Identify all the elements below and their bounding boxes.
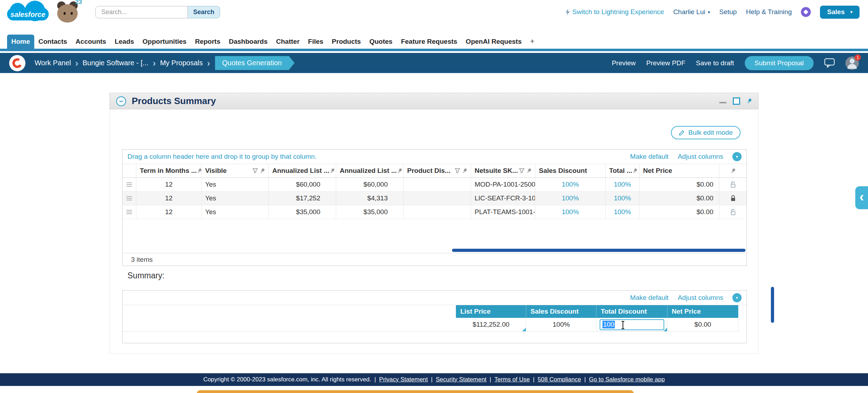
submit-proposal-button[interactable]: Submit Proposal <box>745 56 814 70</box>
terms-of-use-link[interactable]: Terms of Use <box>494 376 530 383</box>
drag-handle-icon[interactable] <box>126 210 132 214</box>
save-to-draft-link[interactable]: Save to draft <box>696 59 734 67</box>
col-netsuite-sku[interactable]: Netsuite SK... <box>471 164 535 177</box>
salesforce-logo[interactable]: salesforce <box>7 1 49 23</box>
preview-pdf-link[interactable]: Preview PDF <box>646 59 685 67</box>
cell-sales-discount[interactable]: 100% <box>535 192 606 205</box>
col-lock[interactable] <box>719 164 747 177</box>
tab-chatter[interactable]: Chatter <box>272 35 304 49</box>
pin-icon[interactable] <box>328 167 335 174</box>
pin-icon[interactable] <box>461 167 468 174</box>
mobile-app-link[interactable]: Go to Salesforce mobile app <box>589 376 665 383</box>
filter-icon[interactable] <box>252 168 258 173</box>
chevron-right-icon: › <box>153 59 156 68</box>
breadcrumb-my-proposals[interactable]: My Proposals <box>160 59 203 67</box>
app-menu-button[interactable]: Sales ▾ <box>820 6 860 19</box>
unlock-icon[interactable] <box>730 208 736 216</box>
filter-icon[interactable] <box>519 168 524 173</box>
minimize-icon[interactable] <box>719 99 726 103</box>
col-term-in-months[interactable]: Term in Months ... <box>136 164 202 177</box>
drag-handle-icon[interactable] <box>126 196 132 200</box>
bulk-edit-button[interactable]: Bulk edit mode <box>671 126 741 139</box>
cell-list1: $35,000 <box>269 205 336 219</box>
breadcrumb-account[interactable]: Bungie Software - [... <box>83 59 149 67</box>
summary-adjust-columns-link[interactable]: Adjust columns <box>678 294 723 302</box>
tab-home[interactable]: Home <box>7 35 34 49</box>
tab-contacts[interactable]: Contacts <box>34 35 71 49</box>
tab-leads[interactable]: Leads <box>111 35 138 49</box>
side-panel-toggle[interactable]: ‹ <box>855 186 868 209</box>
cell-sales-discount[interactable]: 100% <box>535 178 606 191</box>
setup-link[interactable]: Setup <box>719 8 737 16</box>
col-product-discount[interactable]: Product Dis... <box>404 164 471 177</box>
tab-dashboards[interactable]: Dashboards <box>225 35 272 49</box>
security-statement-link[interactable]: Security Statement <box>436 376 487 383</box>
cell-total-discount[interactable]: 100% <box>606 178 640 191</box>
switch-to-lightning-link[interactable]: Switch to Lightning Experience <box>565 8 664 16</box>
help-training-link[interactable]: Help & Training <box>746 8 792 16</box>
footer-separator: | <box>374 376 376 383</box>
adjust-columns-dropdown[interactable]: ▾ <box>732 152 742 161</box>
collapse-icon[interactable]: − <box>116 96 126 106</box>
col-visible[interactable]: Visible <box>202 164 269 177</box>
breadcrumb-quotes-generation[interactable]: Quotes Generation <box>215 56 295 70</box>
top-header: salesforce 23 Search Switch to Lightning… <box>0 0 868 24</box>
user-avatar[interactable]: 1 <box>845 56 859 70</box>
pin-icon[interactable] <box>631 167 638 174</box>
adjust-columns-link[interactable]: Adjust columns <box>678 153 723 161</box>
summary-col-net-price: Net Price <box>667 305 738 318</box>
col-total-discount[interactable]: Total ... <box>606 164 640 177</box>
tab-accounts[interactable]: Accounts <box>71 35 111 49</box>
pin-icon[interactable] <box>745 97 753 105</box>
cell-list2: $60,000 <box>336 178 404 191</box>
tab-products[interactable]: Products <box>328 35 365 49</box>
tab-reports[interactable]: Reports <box>191 35 225 49</box>
cell-total-discount[interactable]: 100% <box>606 205 640 219</box>
filter-icon[interactable] <box>455 168 460 173</box>
col-annualized-list-2[interactable]: Annualized List ... <box>336 164 404 177</box>
pin-icon[interactable] <box>258 167 266 174</box>
pin-icon[interactable] <box>525 167 533 174</box>
col-net-price[interactable]: Net Price <box>640 164 719 177</box>
pin-icon[interactable] <box>196 167 202 174</box>
summary-make-default-link[interactable]: Make default <box>630 294 668 302</box>
tab-feature-requests[interactable]: Feature Requests <box>397 35 461 49</box>
summary-adjust-columns-dropdown[interactable]: ▾ <box>732 293 742 302</box>
user-menu[interactable]: Charlie Lui ▾ <box>673 8 710 16</box>
feedback-chat-icon[interactable] <box>824 58 835 68</box>
summary-sales-discount[interactable]: 100% <box>526 318 596 332</box>
cell-sales-discount[interactable]: 100% <box>535 205 606 219</box>
cell-sku: PLAT-TEAMS-1001-2500 <box>471 205 535 219</box>
lock-icon[interactable] <box>730 195 736 202</box>
unlock-icon[interactable] <box>730 181 736 188</box>
tab-quotes[interactable]: Quotes <box>365 35 397 49</box>
col-sales-discount[interactable]: Sales Discount <box>535 164 606 177</box>
compliance-508-link[interactable]: 508 Compliance <box>538 376 581 383</box>
mascot-avatar: 23 <box>54 1 81 23</box>
search-button[interactable]: Search <box>188 6 220 18</box>
tab-opportunities[interactable]: Opportunities <box>138 35 191 49</box>
search-input[interactable] <box>95 6 188 18</box>
tab-add[interactable]: + <box>526 34 539 49</box>
col-label: Total ... <box>609 167 632 175</box>
vertical-scrollbar[interactable] <box>771 287 774 323</box>
panel-title: Products Summary <box>132 96 216 107</box>
privacy-statement-link[interactable]: Privacy Statement <box>379 376 428 383</box>
col-annualized-list-1[interactable]: Annualized List ... <box>269 164 336 177</box>
drag-handle-icon[interactable] <box>126 182 132 187</box>
total-discount-input[interactable]: 100 <box>600 319 664 330</box>
make-default-link[interactable]: Make default <box>630 153 668 161</box>
tab-openai-requests[interactable]: OpenAI Requests <box>462 35 526 49</box>
expand-icon[interactable] <box>733 97 740 105</box>
products-summary-panel: − Products Summary Bulk edit mode Drag a… <box>109 93 759 354</box>
cell-total-discount[interactable]: 100% <box>606 192 640 205</box>
cell-visible: Yes <box>202 192 269 205</box>
tab-files[interactable]: Files <box>304 35 327 49</box>
breadcrumb-work-panel[interactable]: Work Panel <box>35 59 71 67</box>
extension-icon[interactable] <box>801 7 811 17</box>
pin-icon[interactable] <box>396 167 403 174</box>
bulk-edit-label: Bulk edit mode <box>688 129 733 137</box>
pin-icon[interactable] <box>729 167 737 174</box>
horizontal-scrollbar[interactable] <box>452 249 745 252</box>
preview-link[interactable]: Preview <box>612 59 636 67</box>
